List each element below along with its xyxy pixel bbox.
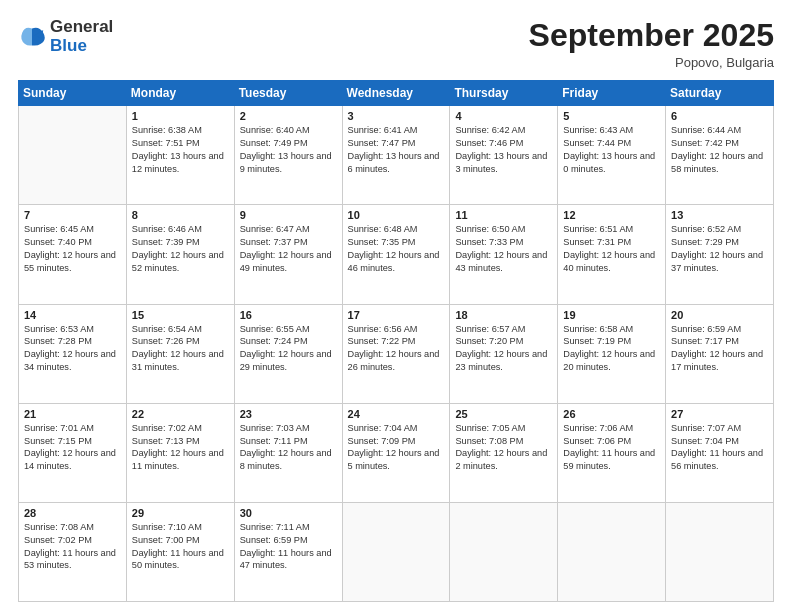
page-container: General Blue September 2025 Popovo, Bulg… xyxy=(0,0,792,612)
logo: General Blue xyxy=(18,18,113,55)
day-info: Sunrise: 6:51 AMSunset: 7:31 PMDaylight:… xyxy=(563,223,660,275)
day-info: Sunrise: 7:07 AMSunset: 7:04 PMDaylight:… xyxy=(671,422,768,474)
calendar-cell: 27Sunrise: 7:07 AMSunset: 7:04 PMDayligh… xyxy=(666,403,774,502)
day-info: Sunrise: 6:55 AMSunset: 7:24 PMDaylight:… xyxy=(240,323,337,375)
calendar-cell: 17Sunrise: 6:56 AMSunset: 7:22 PMDayligh… xyxy=(342,304,450,403)
day-info: Sunrise: 6:50 AMSunset: 7:33 PMDaylight:… xyxy=(455,223,552,275)
day-number: 3 xyxy=(348,110,445,122)
calendar-week-2: 7Sunrise: 6:45 AMSunset: 7:40 PMDaylight… xyxy=(19,205,774,304)
title-block: September 2025 Popovo, Bulgaria xyxy=(529,18,774,70)
day-info: Sunrise: 6:58 AMSunset: 7:19 PMDaylight:… xyxy=(563,323,660,375)
calendar-header-row: SundayMondayTuesdayWednesdayThursdayFrid… xyxy=(19,81,774,106)
day-info: Sunrise: 6:47 AMSunset: 7:37 PMDaylight:… xyxy=(240,223,337,275)
calendar-cell: 24Sunrise: 7:04 AMSunset: 7:09 PMDayligh… xyxy=(342,403,450,502)
calendar-cell: 20Sunrise: 6:59 AMSunset: 7:17 PMDayligh… xyxy=(666,304,774,403)
calendar-cell xyxy=(558,502,666,601)
calendar-cell: 7Sunrise: 6:45 AMSunset: 7:40 PMDaylight… xyxy=(19,205,127,304)
calendar-cell: 12Sunrise: 6:51 AMSunset: 7:31 PMDayligh… xyxy=(558,205,666,304)
day-number: 16 xyxy=(240,309,337,321)
day-info: Sunrise: 6:42 AMSunset: 7:46 PMDaylight:… xyxy=(455,124,552,176)
day-number: 28 xyxy=(24,507,121,519)
calendar-cell: 15Sunrise: 6:54 AMSunset: 7:26 PMDayligh… xyxy=(126,304,234,403)
day-number: 12 xyxy=(563,209,660,221)
calendar-cell: 26Sunrise: 7:06 AMSunset: 7:06 PMDayligh… xyxy=(558,403,666,502)
logo-blue: Blue xyxy=(50,36,87,55)
calendar-cell: 28Sunrise: 7:08 AMSunset: 7:02 PMDayligh… xyxy=(19,502,127,601)
calendar-cell: 3Sunrise: 6:41 AMSunset: 7:47 PMDaylight… xyxy=(342,106,450,205)
calendar-table: SundayMondayTuesdayWednesdayThursdayFrid… xyxy=(18,80,774,602)
column-header-sunday: Sunday xyxy=(19,81,127,106)
day-number: 19 xyxy=(563,309,660,321)
column-header-monday: Monday xyxy=(126,81,234,106)
calendar-cell: 4Sunrise: 6:42 AMSunset: 7:46 PMDaylight… xyxy=(450,106,558,205)
calendar-cell: 8Sunrise: 6:46 AMSunset: 7:39 PMDaylight… xyxy=(126,205,234,304)
logo-text: General Blue xyxy=(50,18,113,55)
day-number: 17 xyxy=(348,309,445,321)
day-info: Sunrise: 6:40 AMSunset: 7:49 PMDaylight:… xyxy=(240,124,337,176)
day-number: 4 xyxy=(455,110,552,122)
day-number: 24 xyxy=(348,408,445,420)
day-info: Sunrise: 6:57 AMSunset: 7:20 PMDaylight:… xyxy=(455,323,552,375)
day-number: 27 xyxy=(671,408,768,420)
day-number: 15 xyxy=(132,309,229,321)
day-info: Sunrise: 6:59 AMSunset: 7:17 PMDaylight:… xyxy=(671,323,768,375)
month-title: September 2025 xyxy=(529,18,774,53)
column-header-friday: Friday xyxy=(558,81,666,106)
day-info: Sunrise: 6:54 AMSunset: 7:26 PMDaylight:… xyxy=(132,323,229,375)
column-header-thursday: Thursday xyxy=(450,81,558,106)
column-header-saturday: Saturday xyxy=(666,81,774,106)
day-number: 14 xyxy=(24,309,121,321)
calendar-week-5: 28Sunrise: 7:08 AMSunset: 7:02 PMDayligh… xyxy=(19,502,774,601)
calendar-cell: 14Sunrise: 6:53 AMSunset: 7:28 PMDayligh… xyxy=(19,304,127,403)
day-number: 5 xyxy=(563,110,660,122)
calendar-cell: 6Sunrise: 6:44 AMSunset: 7:42 PMDaylight… xyxy=(666,106,774,205)
day-info: Sunrise: 6:56 AMSunset: 7:22 PMDaylight:… xyxy=(348,323,445,375)
calendar-cell xyxy=(450,502,558,601)
day-number: 23 xyxy=(240,408,337,420)
calendar-week-1: 1Sunrise: 6:38 AMSunset: 7:51 PMDaylight… xyxy=(19,106,774,205)
day-info: Sunrise: 6:48 AMSunset: 7:35 PMDaylight:… xyxy=(348,223,445,275)
day-number: 8 xyxy=(132,209,229,221)
calendar-cell: 5Sunrise: 6:43 AMSunset: 7:44 PMDaylight… xyxy=(558,106,666,205)
calendar-cell: 25Sunrise: 7:05 AMSunset: 7:08 PMDayligh… xyxy=(450,403,558,502)
day-info: Sunrise: 7:02 AMSunset: 7:13 PMDaylight:… xyxy=(132,422,229,474)
day-number: 10 xyxy=(348,209,445,221)
calendar-cell: 9Sunrise: 6:47 AMSunset: 7:37 PMDaylight… xyxy=(234,205,342,304)
calendar-cell: 1Sunrise: 6:38 AMSunset: 7:51 PMDaylight… xyxy=(126,106,234,205)
day-number: 18 xyxy=(455,309,552,321)
calendar-cell: 2Sunrise: 6:40 AMSunset: 7:49 PMDaylight… xyxy=(234,106,342,205)
day-number: 6 xyxy=(671,110,768,122)
calendar-cell: 30Sunrise: 7:11 AMSunset: 6:59 PMDayligh… xyxy=(234,502,342,601)
calendar-cell: 22Sunrise: 7:02 AMSunset: 7:13 PMDayligh… xyxy=(126,403,234,502)
calendar-week-4: 21Sunrise: 7:01 AMSunset: 7:15 PMDayligh… xyxy=(19,403,774,502)
day-number: 11 xyxy=(455,209,552,221)
day-number: 1 xyxy=(132,110,229,122)
day-number: 21 xyxy=(24,408,121,420)
calendar-cell xyxy=(666,502,774,601)
day-number: 26 xyxy=(563,408,660,420)
day-info: Sunrise: 7:04 AMSunset: 7:09 PMDaylight:… xyxy=(348,422,445,474)
day-number: 9 xyxy=(240,209,337,221)
day-info: Sunrise: 6:44 AMSunset: 7:42 PMDaylight:… xyxy=(671,124,768,176)
day-info: Sunrise: 6:41 AMSunset: 7:47 PMDaylight:… xyxy=(348,124,445,176)
day-number: 30 xyxy=(240,507,337,519)
calendar-week-3: 14Sunrise: 6:53 AMSunset: 7:28 PMDayligh… xyxy=(19,304,774,403)
day-number: 20 xyxy=(671,309,768,321)
calendar-cell: 10Sunrise: 6:48 AMSunset: 7:35 PMDayligh… xyxy=(342,205,450,304)
calendar-cell: 23Sunrise: 7:03 AMSunset: 7:11 PMDayligh… xyxy=(234,403,342,502)
logo-general: General xyxy=(50,17,113,36)
day-info: Sunrise: 7:03 AMSunset: 7:11 PMDaylight:… xyxy=(240,422,337,474)
day-info: Sunrise: 7:10 AMSunset: 7:00 PMDaylight:… xyxy=(132,521,229,573)
day-info: Sunrise: 6:45 AMSunset: 7:40 PMDaylight:… xyxy=(24,223,121,275)
logo-icon xyxy=(18,23,46,51)
day-info: Sunrise: 7:11 AMSunset: 6:59 PMDaylight:… xyxy=(240,521,337,573)
day-number: 22 xyxy=(132,408,229,420)
day-info: Sunrise: 6:38 AMSunset: 7:51 PMDaylight:… xyxy=(132,124,229,176)
calendar-cell: 21Sunrise: 7:01 AMSunset: 7:15 PMDayligh… xyxy=(19,403,127,502)
calendar-cell xyxy=(19,106,127,205)
day-number: 25 xyxy=(455,408,552,420)
day-number: 13 xyxy=(671,209,768,221)
calendar-cell: 16Sunrise: 6:55 AMSunset: 7:24 PMDayligh… xyxy=(234,304,342,403)
day-info: Sunrise: 6:43 AMSunset: 7:44 PMDaylight:… xyxy=(563,124,660,176)
header: General Blue September 2025 Popovo, Bulg… xyxy=(18,18,774,70)
